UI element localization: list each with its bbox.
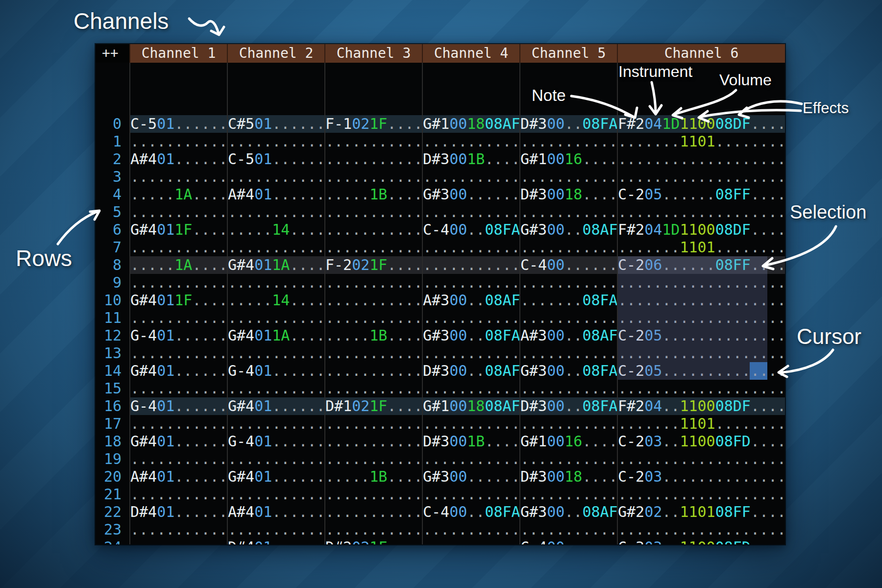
pattern-cell[interactable]: G#300..08AF — [519, 503, 617, 521]
pattern-cell[interactable]: ........... — [129, 133, 227, 150]
note-field[interactable]: ... — [423, 415, 449, 432]
effect-field[interactable]: .... — [680, 203, 715, 220]
effect-field[interactable]: .... — [387, 221, 422, 238]
pattern-cell[interactable]: ........... — [422, 239, 519, 256]
note-field[interactable]: ... — [130, 203, 157, 220]
pattern-cell[interactable]: ........... — [519, 415, 617, 433]
note-field[interactable]: ... — [423, 521, 449, 538]
note-field[interactable]: ... — [130, 239, 157, 256]
note-field[interactable]: ... — [228, 221, 254, 238]
note-field[interactable]: D#3 — [520, 115, 547, 132]
volume-field[interactable]: .. — [467, 539, 485, 544]
pattern-cell[interactable]: ........... — [324, 344, 422, 362]
effect-field[interactable]: .... — [485, 274, 520, 291]
instrument-field[interactable]: .. — [352, 150, 369, 168]
note-field[interactable]: C-5 — [228, 150, 254, 168]
note-field[interactable]: ... — [228, 168, 254, 185]
volume-field[interactable]: .. — [174, 239, 192, 256]
volume-field[interactable]: .. — [174, 450, 192, 467]
volume-field[interactable]: .. — [564, 256, 582, 273]
instrument-field[interactable]: 00 — [449, 150, 467, 168]
note-field[interactable]: G-4 — [228, 433, 254, 450]
pattern-cell[interactable]: D#3001B.... — [422, 150, 519, 168]
pattern-cell[interactable]: ................... — [617, 150, 785, 168]
volume-field[interactable]: .. — [662, 380, 680, 397]
volume-field[interactable]: .. — [564, 521, 582, 538]
note-field[interactable]: ... — [520, 486, 547, 503]
instrument-field[interactable]: .. — [157, 168, 174, 185]
instrument-field[interactable]: 00 — [449, 503, 467, 520]
note-field[interactable]: ... — [130, 521, 157, 538]
note-field[interactable]: ... — [520, 309, 547, 326]
effect3-field[interactable]: .... — [751, 539, 785, 544]
pattern-cell[interactable]: ........... — [324, 450, 422, 468]
note-field[interactable]: A#3 — [423, 292, 449, 309]
effect-field[interactable]: .... — [485, 415, 520, 432]
effect-field[interactable]: .... — [485, 186, 520, 203]
note-field[interactable]: F#2 — [618, 397, 644, 415]
pattern-cell[interactable]: G#401...... — [129, 433, 227, 450]
note-field[interactable]: G#4 — [130, 292, 157, 309]
effect-field[interactable]: .... — [192, 186, 227, 203]
volume-field[interactable]: .. — [174, 203, 192, 220]
effect-field[interactable]: .... — [582, 203, 617, 220]
instrument-field[interactable]: 01 — [254, 327, 272, 344]
effect-field[interactable]: 08AF — [582, 221, 617, 238]
note-field[interactable]: ... — [520, 168, 547, 185]
volume-field[interactable]: .. — [272, 186, 290, 203]
instrument-field[interactable]: 01 — [254, 186, 272, 203]
note-field[interactable]: ... — [228, 133, 254, 150]
effect-field[interactable]: 08AF — [485, 115, 520, 132]
effect-field[interactable]: .... — [290, 168, 325, 185]
note-field[interactable]: A#4 — [130, 150, 157, 168]
note-field[interactable]: ... — [325, 380, 352, 397]
volume-field[interactable]: .. — [272, 133, 290, 150]
pattern-cell[interactable]: F#204..110008DF.... — [617, 397, 785, 415]
note-field[interactable]: ... — [520, 450, 547, 467]
note-field[interactable]: ... — [618, 380, 644, 397]
effect-field[interactable]: .... — [680, 521, 715, 538]
effect-field[interactable]: .... — [680, 186, 715, 203]
instrument-field[interactable]: 00 — [449, 327, 467, 344]
effect-field[interactable]: .... — [192, 274, 227, 291]
note-field[interactable]: D#3 — [520, 468, 547, 485]
volume-field[interactable]: .. — [467, 274, 485, 291]
instrument-field[interactable]: 00 — [547, 256, 564, 273]
note-field[interactable]: ... — [130, 539, 157, 544]
effect-field[interactable]: .... — [387, 203, 422, 220]
pattern-row[interactable]: 17......................................… — [96, 415, 785, 433]
instrument-field[interactable]: .. — [449, 380, 467, 397]
effect-field[interactable]: .... — [485, 380, 520, 397]
effect-field[interactable]: .... — [290, 309, 325, 326]
effect2-field[interactable]: .... — [715, 468, 751, 485]
volume-field[interactable]: .. — [564, 539, 582, 544]
effect2-field[interactable]: .... — [715, 521, 751, 538]
note-field[interactable]: ... — [423, 539, 449, 544]
volume-field[interactable]: 1A — [272, 327, 290, 344]
pattern-cell[interactable]: ........... — [324, 486, 422, 503]
channel-header[interactable]: Channel 3 — [324, 44, 422, 63]
effect-field[interactable]: 08AF — [485, 292, 520, 309]
effect-field[interactable]: 08AF — [485, 397, 520, 415]
pattern-row[interactable]: 16G-401......G#401......D#1021F....G#100… — [96, 397, 785, 415]
note-field[interactable]: ... — [228, 380, 254, 397]
volume-field[interactable]: .. — [369, 168, 387, 185]
effect-field[interactable]: .... — [387, 327, 422, 344]
pattern-cell[interactable]: ........... — [422, 486, 519, 503]
pattern-cell[interactable]: ........... — [519, 486, 617, 503]
pattern-cell[interactable]: .......1101........ — [617, 133, 785, 150]
volume-field[interactable]: .. — [369, 450, 387, 467]
channel-header[interactable]: Channel 5 — [519, 44, 617, 63]
volume-field[interactable]: 14 — [272, 221, 290, 238]
effect-field[interactable]: .... — [290, 468, 325, 485]
volume-field[interactable]: .. — [272, 309, 290, 326]
effect3-field[interactable]: .... — [751, 415, 785, 432]
instrument-field[interactable]: .. — [547, 415, 564, 432]
note-field[interactable]: G#4 — [130, 362, 157, 379]
note-field[interactable]: ... — [618, 239, 644, 256]
pattern-cell[interactable]: ........... — [519, 521, 617, 539]
pattern-cell[interactable]: ........... — [227, 415, 324, 433]
instrument-field[interactable]: 00 — [449, 221, 467, 238]
effect-field[interactable]: .... — [290, 239, 325, 256]
effect-field[interactable]: .... — [582, 256, 617, 273]
